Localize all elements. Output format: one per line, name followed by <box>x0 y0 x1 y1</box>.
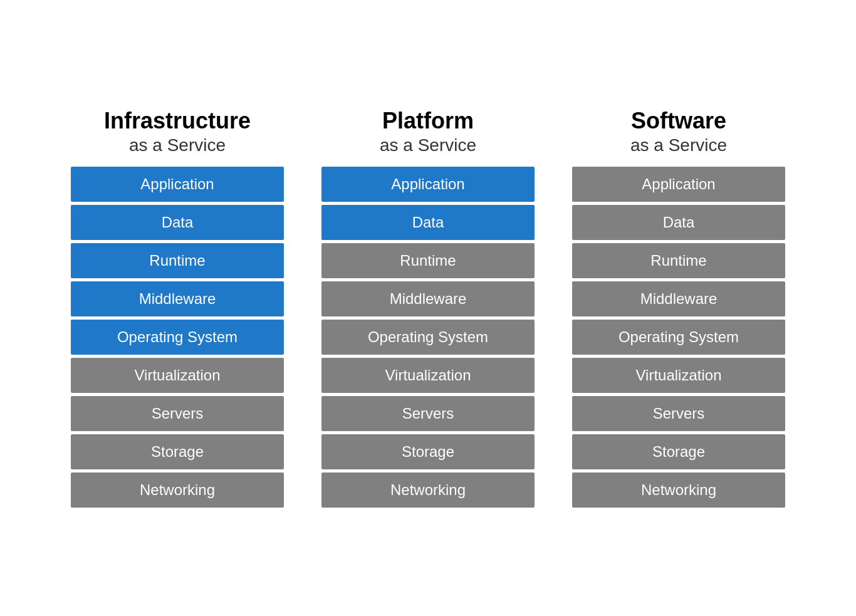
stack-item-saas-2: Runtime <box>572 243 785 278</box>
title-iaas: Infrastructure <box>104 108 251 133</box>
header-saas: Softwareas a Service <box>630 108 727 156</box>
stack-item-saas-6: Servers <box>572 396 785 431</box>
stack-item-iaas-7: Storage <box>71 434 284 469</box>
subtitle-iaas: as a Service <box>104 135 251 155</box>
stack-item-iaas-3: Middleware <box>71 281 284 316</box>
stack-item-iaas-0: Application <box>71 167 284 202</box>
title-saas: Software <box>630 108 727 133</box>
stack-item-saas-1: Data <box>572 205 785 240</box>
subtitle-paas: as a Service <box>380 135 476 155</box>
stack-paas: ApplicationDataRuntimeMiddlewareOperatin… <box>321 167 535 508</box>
stack-item-paas-6: Servers <box>321 396 535 431</box>
stack-item-paas-4: Operating System <box>321 320 535 355</box>
stack-item-saas-5: Virtualization <box>572 358 785 393</box>
stack-item-iaas-1: Data <box>71 205 284 240</box>
column-iaas: Infrastructureas a ServiceApplicationDat… <box>71 108 284 508</box>
stack-item-iaas-6: Servers <box>71 396 284 431</box>
stack-item-paas-1: Data <box>321 205 535 240</box>
stack-item-iaas-4: Operating System <box>71 320 284 355</box>
stack-item-paas-5: Virtualization <box>321 358 535 393</box>
stack-item-paas-0: Application <box>321 167 535 202</box>
column-saas: Softwareas a ServiceApplicationDataRunti… <box>572 108 785 508</box>
column-paas: Platformas a ServiceApplicationDataRunti… <box>321 108 535 508</box>
cloud-service-diagram: Infrastructureas a ServiceApplicationDat… <box>46 83 810 533</box>
stack-item-paas-2: Runtime <box>321 243 535 278</box>
title-paas: Platform <box>380 108 476 133</box>
stack-item-paas-8: Networking <box>321 472 535 508</box>
subtitle-saas: as a Service <box>630 135 727 155</box>
header-iaas: Infrastructureas a Service <box>104 108 251 156</box>
stack-saas: ApplicationDataRuntimeMiddlewareOperatin… <box>572 167 785 508</box>
stack-item-iaas-5: Virtualization <box>71 358 284 393</box>
stack-item-iaas-2: Runtime <box>71 243 284 278</box>
stack-item-saas-3: Middleware <box>572 281 785 316</box>
stack-item-saas-0: Application <box>572 167 785 202</box>
stack-item-paas-7: Storage <box>321 434 535 469</box>
stack-item-saas-4: Operating System <box>572 320 785 355</box>
stack-item-iaas-8: Networking <box>71 472 284 508</box>
stack-item-paas-3: Middleware <box>321 281 535 316</box>
stack-item-saas-8: Networking <box>572 472 785 508</box>
stack-iaas: ApplicationDataRuntimeMiddlewareOperatin… <box>71 167 284 508</box>
stack-item-saas-7: Storage <box>572 434 785 469</box>
header-paas: Platformas a Service <box>380 108 476 156</box>
